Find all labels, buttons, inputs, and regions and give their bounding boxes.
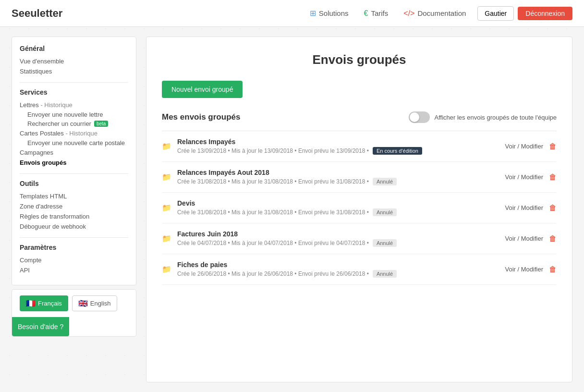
- voir-modifier-link[interactable]: Voir / Modifier: [505, 204, 543, 211]
- folder-icon: 📁: [162, 234, 171, 243]
- status-badge: Annulé: [373, 208, 397, 216]
- new-envoi-button[interactable]: Nouvel envoi groupé: [162, 81, 243, 98]
- btn-english[interactable]: 🇬🇧 English: [72, 295, 117, 311]
- sidebar-item-envoyer-carte[interactable]: Envoyer une nouvelle carte postale: [20, 138, 128, 147]
- status-badge: Annulé: [373, 178, 397, 185]
- item-name: Devis: [177, 199, 505, 207]
- folder-icon: 📁: [162, 265, 171, 274]
- delete-button[interactable]: 🗑: [549, 265, 557, 274]
- sidebar-divider-2: [20, 173, 128, 174]
- sidebar-services-section: Services Lettres - Historique Envoyer un…: [20, 88, 128, 168]
- sidebar-outils-title: Outils: [20, 180, 128, 187]
- item-actions: Voir / Modifier 🗑: [505, 234, 557, 243]
- items-list: 📁 Relances Impayés Crée le 13/09/2018 • …: [162, 131, 557, 285]
- francais-label: Français: [38, 300, 62, 307]
- sidebar-parametres-section: Paramètres Compte API: [20, 244, 128, 275]
- nav-solutions[interactable]: ⊞ Solutions: [310, 9, 349, 18]
- section-header: Mes envois groupés Afficher les envois g…: [162, 111, 557, 123]
- table-row: 📁 Fiches de paies Crée le 26/06/2018 • M…: [162, 254, 557, 285]
- sidebar-general-title: Général: [20, 45, 128, 52]
- page-title: Envois groupés: [162, 52, 557, 67]
- sidebar-item-cartes-postales[interactable]: Cartes Postales - Historique: [20, 128, 128, 138]
- delete-button[interactable]: 🗑: [549, 142, 557, 151]
- item-actions: Voir / Modifier 🗑: [505, 265, 557, 274]
- item-meta: Crée le 31/08/2018 • Mis à jour le 31/08…: [177, 178, 505, 185]
- sidebar-item-zone-adresse[interactable]: Zone d'adresse: [20, 201, 128, 211]
- item-name: Relances Impayés: [177, 138, 505, 146]
- sidebar-parametres-title: Paramètres: [20, 244, 128, 251]
- help-button[interactable]: Besoin d'aide ?: [12, 317, 69, 336]
- folder-icon: 📁: [162, 142, 171, 151]
- header-nav: ⊞ Solutions € Tarifs </> Documentation: [310, 9, 466, 18]
- delete-button[interactable]: 🗑: [549, 234, 557, 243]
- nav-tarifs-label: Tarifs: [371, 9, 388, 17]
- flag-en: 🇬🇧: [78, 299, 88, 308]
- grid-icon: ⊞: [310, 9, 316, 18]
- delete-button[interactable]: 🗑: [549, 204, 557, 212]
- main-content: Envois groupés Nouvel envoi groupé Mes e…: [146, 37, 572, 382]
- sidebar-item-vue-densemble[interactable]: Vue d'ensemble: [20, 56, 128, 66]
- flag-fr: 🇫🇷: [26, 299, 36, 308]
- nav-documentation[interactable]: </> Documentation: [403, 9, 466, 18]
- user-button[interactable]: Gautier: [477, 6, 514, 21]
- sidebar-item-envois-groupes[interactable]: Envois groupés: [20, 158, 128, 168]
- deconnexion-button[interactable]: Déconnexion: [518, 7, 572, 20]
- code-icon: </>: [403, 9, 414, 18]
- sidebar-item-regles-transformation[interactable]: Règles de transformation: [20, 211, 128, 221]
- status-badge: Annulé: [373, 270, 397, 278]
- sidebar-services-title: Services: [20, 88, 128, 96]
- sidebar-item-compte[interactable]: Compte: [20, 255, 128, 265]
- item-name: Relances Impayés Aout 2018: [177, 169, 505, 176]
- beta-badge: beta: [94, 121, 108, 127]
- sidebar-item-statistiques[interactable]: Statistiques: [20, 66, 128, 76]
- status-badge: En cours d'édition: [373, 147, 422, 155]
- sidebar-outils-section: Outils Templates HTML Zone d'adresse Règ…: [20, 180, 128, 232]
- sidebar-item-debogueur-webhook[interactable]: Débogueur de webhook: [20, 221, 128, 232]
- item-content: Factures Juin 2018 Crée le 04/07/2018 • …: [177, 230, 505, 247]
- table-row: 📁 Factures Juin 2018 Crée le 04/07/2018 …: [162, 223, 557, 254]
- sidebar-divider-3: [20, 237, 128, 238]
- sidebar-lang-row: 🇫🇷 Français 🇬🇧 English: [12, 290, 136, 317]
- status-badge: Annulé: [373, 239, 397, 247]
- sidebar-general-section: Général Vue d'ensemble Statistiques: [20, 45, 128, 76]
- layout: Général Vue d'ensemble Statistiques Serv…: [0, 27, 584, 392]
- voir-modifier-link[interactable]: Voir / Modifier: [505, 143, 543, 150]
- toggle-row: Afficher les envois groupés de toute l'é…: [409, 111, 557, 123]
- voir-modifier-link[interactable]: Voir / Modifier: [505, 235, 543, 242]
- item-meta: Crée le 31/08/2018 • Mis à jour le 31/08…: [177, 208, 505, 216]
- sidebar-item-rechercher-courrier[interactable]: Rechercher un courrier: [20, 119, 91, 128]
- voir-modifier-link[interactable]: Voir / Modifier: [505, 266, 543, 273]
- item-meta: Crée le 26/06/2018 • Mis à jour le 26/06…: [177, 270, 505, 278]
- nav-documentation-label: Documentation: [417, 9, 466, 17]
- sidebar-general-panel: Général Vue d'ensemble Statistiques Serv…: [12, 37, 136, 285]
- btn-francais[interactable]: 🇫🇷 Français: [20, 295, 68, 311]
- delete-button[interactable]: 🗑: [549, 173, 557, 182]
- sidebar-item-campagnes[interactable]: Campagnes: [20, 147, 128, 158]
- toggle-label: Afficher les envois groupés de toute l'é…: [435, 114, 557, 121]
- euro-icon: €: [364, 9, 368, 18]
- item-actions: Voir / Modifier 🗑: [505, 142, 557, 151]
- nav-tarifs[interactable]: € Tarifs: [364, 9, 389, 18]
- item-name: Factures Juin 2018: [177, 230, 505, 238]
- sidebar-item-rechercher-courrier-row: Rechercher un courrier beta: [20, 119, 128, 128]
- sidebar-item-lettres[interactable]: Lettres - Historique: [20, 100, 128, 110]
- item-content: Relances Impayés Aout 2018 Crée le 31/08…: [177, 169, 505, 185]
- team-toggle[interactable]: [409, 111, 430, 123]
- item-content: Relances Impayés Crée le 13/09/2018 • Mi…: [177, 138, 505, 155]
- sidebar-item-api[interactable]: API: [20, 265, 128, 275]
- sidebar: Général Vue d'ensemble Statistiques Serv…: [12, 37, 136, 382]
- sidebar-divider-1: [20, 82, 128, 83]
- folder-icon: 📁: [162, 172, 171, 182]
- item-content: Fiches de paies Crée le 26/06/2018 • Mis…: [177, 261, 505, 278]
- english-label: English: [90, 300, 111, 307]
- sidebar-item-templates-html[interactable]: Templates HTML: [20, 191, 128, 201]
- table-row: 📁 Relances Impayés Aout 2018 Crée le 31/…: [162, 162, 557, 193]
- item-actions: Voir / Modifier 🗑: [505, 173, 557, 182]
- sidebar-item-envoyer-lettre[interactable]: Envoyer une nouvelle lettre: [20, 110, 128, 119]
- item-content: Devis Crée le 31/08/2018 • Mis à jour le…: [177, 199, 505, 216]
- voir-modifier-link[interactable]: Voir / Modifier: [505, 173, 543, 181]
- logo: Seeuletter: [12, 7, 62, 20]
- table-row: 📁 Devis Crée le 31/08/2018 • Mis à jour …: [162, 193, 557, 223]
- folder-icon: 📁: [162, 203, 171, 212]
- item-name: Fiches de paies: [177, 261, 505, 269]
